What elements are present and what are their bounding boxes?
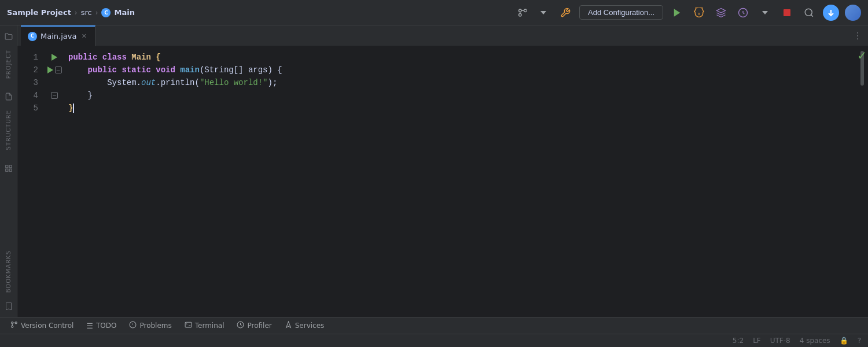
- keyword-class: class: [102, 51, 127, 64]
- run-arrow-2[interactable]: [47, 67, 53, 73]
- user-avatar-button[interactable]: [845, 5, 861, 21]
- line-number-4: 4: [17, 89, 45, 102]
- gutter-row-5: [45, 102, 64, 115]
- svg-point-1: [519, 13, 522, 16]
- close-brace-main: }: [68, 102, 73, 115]
- class-name: Main: [131, 51, 151, 64]
- coverage-button[interactable]: [713, 5, 729, 21]
- code-line-3: System. out .println( "Hello world!" );: [64, 76, 856, 89]
- code-line-4: }: [64, 89, 856, 102]
- run-arrow-1[interactable]: [52, 54, 57, 61]
- method-name-main: main: [180, 64, 200, 76]
- debug-button[interactable]: [691, 5, 707, 21]
- svg-point-18: [15, 322, 17, 324]
- encoding[interactable]: UTF-8: [770, 337, 790, 345]
- add-config-button[interactable]: Add Configuration...: [579, 5, 663, 20]
- svg-rect-22: [185, 322, 192, 327]
- svg-marker-25: [286, 322, 290, 327]
- breadcrumb-sep-1: ›: [75, 9, 78, 17]
- gutter-row-2[interactable]: −: [45, 64, 64, 76]
- svg-rect-14: [9, 169, 12, 171]
- project-sidebar-label[interactable]: Project: [5, 46, 12, 82]
- code-content[interactable]: public class Main { public static void: [64, 46, 856, 317]
- profiler-run-button[interactable]: [735, 5, 751, 21]
- search-button[interactable]: [801, 5, 817, 21]
- structure-sidebar-label[interactable]: Structure: [5, 106, 12, 153]
- profiler-tool[interactable]: Profiler: [231, 319, 277, 333]
- gutter-row-1[interactable]: [45, 51, 64, 64]
- problems-label: Problems: [139, 322, 171, 330]
- svg-rect-12: [5, 165, 8, 167]
- vcs-button[interactable]: [513, 5, 529, 21]
- bottom-tools: Version Control ☰ TODO Problems Terminal: [0, 318, 868, 334]
- src-label[interactable]: src: [81, 8, 92, 17]
- fold-icon-2[interactable]: −: [55, 67, 62, 73]
- profiler-icon: [237, 321, 244, 330]
- svg-rect-13: [9, 165, 12, 167]
- svg-marker-5: [540, 11, 546, 14]
- version-control-label: Version Control: [21, 322, 73, 330]
- line-number-3: 3: [17, 76, 45, 89]
- sidebar-icon-bookmark[interactable]: [1, 298, 16, 313]
- svg-rect-10: [784, 9, 790, 16]
- svg-marker-6: [674, 9, 681, 17]
- terminal-icon: [185, 321, 192, 330]
- keyword-public-1: public: [68, 51, 97, 64]
- line-ending[interactable]: LF: [753, 337, 761, 345]
- svg-point-17: [12, 326, 13, 327]
- line-number-5: 5: [17, 102, 45, 115]
- bookmarks-sidebar-label[interactable]: Bookmarks: [5, 247, 12, 296]
- gutter-row-4[interactable]: −: [45, 89, 64, 102]
- problems-icon: [129, 321, 137, 330]
- code-line-5: }: [64, 102, 856, 115]
- version-control-tool[interactable]: Version Control: [5, 319, 79, 333]
- status-info: 5:2 LF UTF-8 4 spaces 🔒 ?: [0, 334, 868, 347]
- sidebar-icon-files[interactable]: [1, 89, 16, 104]
- gutter-row-3: [45, 76, 64, 89]
- build-button[interactable]: [557, 5, 573, 21]
- left-sidebar: Project Structure Bookmarks: [0, 25, 17, 317]
- sidebar-icon-grid[interactable]: [1, 161, 16, 176]
- text-cursor: [73, 104, 74, 113]
- keyword-public-2: public: [88, 64, 117, 76]
- svg-point-11: [805, 9, 812, 16]
- method-out: out: [141, 76, 156, 89]
- main-label[interactable]: Main: [114, 8, 134, 17]
- tab-close-button[interactable]: ✕: [80, 32, 88, 40]
- right-scrollbar[interactable]: ✓: [856, 46, 868, 317]
- sidebar-icon-folder[interactable]: [1, 29, 16, 44]
- update-button[interactable]: [823, 5, 839, 21]
- run-dropdown-button[interactable]: [757, 5, 773, 21]
- tab-main-java[interactable]: C Main.java ✕: [21, 25, 95, 46]
- gutter: − −: [45, 46, 64, 317]
- tab-label: Main.java: [41, 32, 76, 40]
- problems-tool[interactable]: Problems: [123, 319, 177, 333]
- terminal-tool[interactable]: Terminal: [179, 319, 230, 333]
- breadcrumb-sep-2: ›: [95, 9, 98, 17]
- run-button[interactable]: [669, 5, 685, 21]
- svg-marker-9: [762, 11, 768, 14]
- tabs-bar: C Main.java ✕ ⋮: [17, 25, 868, 46]
- keyword-static: static: [122, 64, 150, 76]
- validation-check-icon: ✓: [857, 49, 867, 62]
- svg-point-0: [519, 9, 522, 12]
- main-class-icon: C: [101, 8, 111, 17]
- vcs-dropdown-button[interactable]: [535, 5, 551, 21]
- toolbar: Sample Project › src › C Main Add Config…: [0, 0, 868, 25]
- fold-icon-4[interactable]: −: [51, 92, 58, 99]
- line-numbers: 1 2 3 4 5: [17, 46, 45, 317]
- help-icon[interactable]: ?: [858, 337, 861, 345]
- stop-button[interactable]: [779, 5, 795, 21]
- services-label: Services: [295, 322, 325, 330]
- tabs-menu-button[interactable]: ⋮: [851, 29, 865, 43]
- main-area: Project Structure Bookmarks C: [0, 25, 868, 317]
- lock-icon[interactable]: 🔒: [840, 337, 848, 345]
- indent-setting[interactable]: 4 spaces: [800, 337, 830, 345]
- cursor-position[interactable]: 5:2: [733, 337, 744, 345]
- breadcrumb: Sample Project › src › C Main: [7, 8, 135, 17]
- project-label[interactable]: Sample Project: [7, 8, 71, 17]
- services-icon: [285, 321, 292, 330]
- line-number-1: 1: [17, 51, 45, 64]
- services-tool[interactable]: Services: [279, 319, 330, 333]
- todo-tool[interactable]: ☰ TODO: [80, 319, 122, 333]
